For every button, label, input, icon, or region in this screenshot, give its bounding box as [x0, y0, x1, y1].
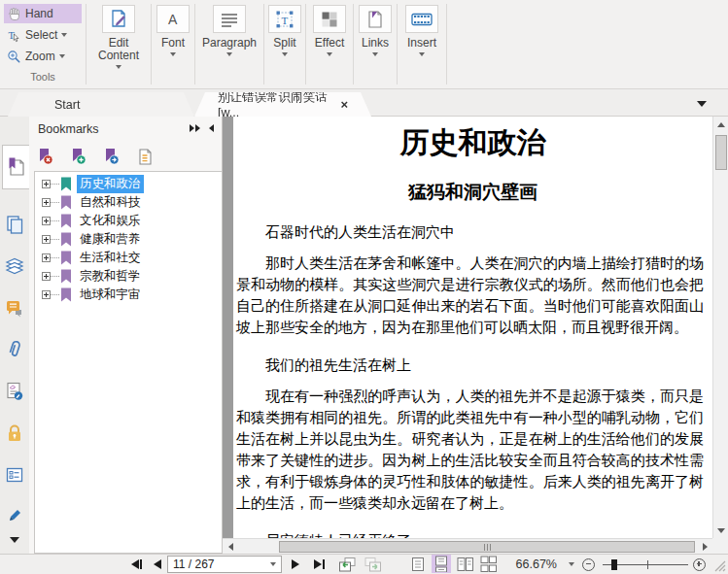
edit-content-button[interactable]: Edit Content: [87, 0, 151, 88]
bookmark-label[interactable]: 宗教和哲学: [77, 267, 144, 286]
security-panel-button[interactable]: [0, 417, 29, 450]
hand-icon: [7, 7, 21, 21]
bookmark-item[interactable]: 健康和营养: [35, 230, 222, 249]
next-page-button[interactable]: [288, 555, 303, 574]
next-view-button[interactable]: [362, 555, 383, 574]
horizontal-scrollbar-thumb[interactable]: [279, 541, 695, 553]
collapse-panel-icon[interactable]: [209, 124, 214, 132]
bookmark-label[interactable]: 健康和营养: [77, 230, 144, 249]
destinations-panel-button[interactable]: [0, 503, 29, 524]
hand-tool-label: Hand: [25, 7, 53, 20]
bookmark-item[interactable]: 历史和政治: [35, 175, 222, 193]
delete-bookmark-button[interactable]: [35, 146, 56, 167]
facing-pages-icon: [457, 557, 473, 572]
bookmark-label[interactable]: 地球和宇宙: [77, 286, 144, 304]
security-panel-icon: [5, 423, 24, 443]
hand-tool-button[interactable]: Hand: [4, 4, 82, 23]
arrow-up-icon: [717, 122, 725, 127]
expand-node-icon[interactable]: [42, 198, 51, 207]
layers-panel-button[interactable]: [0, 250, 29, 283]
continuous-view-button[interactable]: [432, 555, 451, 573]
svg-text:A: A: [168, 12, 178, 27]
expand-bookmarks-button[interactable]: [134, 146, 156, 167]
bookmarks-panel-icon: [7, 156, 26, 178]
paragraph-button[interactable]: Paragraph: [195, 0, 263, 88]
vertical-scrollbar[interactable]: [712, 117, 728, 538]
zoom-in-button[interactable]: [691, 555, 708, 574]
bookmarks-panel-button[interactable]: [2, 145, 29, 189]
scroll-left-button[interactable]: [223, 539, 238, 554]
expand-panel-icon[interactable]: [190, 124, 200, 132]
fields-panel-button[interactable]: [0, 458, 29, 491]
expand-node-icon[interactable]: [42, 253, 51, 262]
continuous-facing-view-button[interactable]: [478, 555, 498, 573]
expand-node-icon[interactable]: [42, 217, 51, 225]
expand-node-icon[interactable]: [42, 235, 51, 244]
expand-node-icon[interactable]: [42, 290, 51, 299]
bookmark-item[interactable]: 生活和社交: [35, 249, 222, 267]
split-button[interactable]: T Split: [264, 0, 305, 88]
insert-label: Insert: [407, 37, 436, 50]
single-page-icon: [411, 557, 425, 572]
page-combobox-caret-icon: [270, 562, 276, 566]
zoom-out-button[interactable]: [580, 555, 597, 574]
tab-start[interactable]: Start: [8, 92, 194, 117]
tab-document[interactable]: 别让错误常识闹笑话[w... ×: [194, 92, 371, 117]
goto-bookmark-button[interactable]: [101, 146, 122, 167]
paragraph: 那时人类生活在茅舍和帐篷中。人类在洞穴的内墙上描绘打猎时的场景和动物的模样。其实…: [236, 253, 704, 338]
tab-close-icon[interactable]: ×: [340, 97, 348, 112]
effect-button[interactable]: Effect: [306, 0, 353, 88]
bookmark-label[interactable]: 文化和娱乐: [77, 212, 144, 230]
panel-strip-chevron-icon[interactable]: [0, 534, 29, 546]
facing-view-button[interactable]: [455, 555, 474, 573]
vertical-scrollbar-thumb[interactable]: [715, 135, 727, 170]
previous-page-button[interactable]: [150, 555, 165, 574]
first-page-button[interactable]: [124, 555, 148, 574]
zoom-dropdown-caret-icon: [59, 54, 65, 58]
single-page-view-button[interactable]: [408, 555, 428, 573]
add-bookmark-button[interactable]: [68, 146, 89, 167]
bookmark-item[interactable]: 自然和科技: [35, 193, 222, 212]
tab-list-chevron-icon[interactable]: [697, 101, 707, 107]
links-button[interactable]: Links: [354, 0, 397, 88]
bookmarks-panel: Bookmarks: [29, 117, 223, 554]
pdf-page[interactable]: 历史和政治 猛犸和洞穴壁画 石器时代的人类生活在洞穴中 那时人类生活在茅舍和帐篷…: [233, 117, 728, 538]
expand-node-icon[interactable]: [42, 272, 51, 281]
signature-panel-button[interactable]: [0, 375, 29, 408]
previous-page-icon: [154, 559, 161, 569]
previous-view-button[interactable]: [336, 555, 358, 574]
resize-grip-icon[interactable]: [714, 560, 726, 572]
document-view: 历史和政治 猛犸和洞穴壁画 石器时代的人类生活在洞穴中 那时人类生活在茅舍和帐篷…: [223, 117, 728, 554]
expand-node-icon[interactable]: [42, 180, 51, 188]
effect-label: Effect: [315, 37, 344, 50]
zoom-tool-button[interactable]: Zoom: [4, 47, 82, 66]
zoom-dropdown-button[interactable]: [566, 555, 577, 574]
insert-button[interactable]: Insert: [398, 0, 446, 88]
bookmark-item[interactable]: 地球和宇宙: [35, 286, 222, 304]
select-tool-button[interactable]: T Select: [4, 25, 82, 45]
tools-group-label: Tools: [0, 71, 86, 83]
scrollbar-corner: [712, 538, 728, 554]
pages-panel-button[interactable]: [0, 208, 29, 241]
horizontal-scrollbar[interactable]: [223, 538, 712, 554]
ribbon: Hand T Select Zoom Tools Edit Content: [0, 0, 728, 89]
navigation-panel-strip: [0, 117, 29, 554]
page-number-combobox[interactable]: 11 / 267: [167, 556, 282, 573]
zoom-level-value[interactable]: 66.67%: [504, 555, 557, 574]
bookmark-label[interactable]: 生活和社交: [77, 249, 144, 267]
last-page-button[interactable]: [307, 555, 330, 574]
comments-panel-button[interactable]: [0, 291, 29, 324]
arrow-right-icon: [703, 543, 708, 551]
bookmark-label[interactable]: 历史和政治: [77, 175, 144, 193]
bookmark-label[interactable]: 自然和科技: [77, 193, 144, 212]
attachments-panel-button[interactable]: [0, 333, 29, 366]
scroll-down-button[interactable]: [713, 523, 728, 538]
zoom-slider-thumb[interactable]: [611, 559, 617, 570]
select-dropdown-caret-icon: [61, 33, 67, 37]
tab-document-label: 别让错误常识闹笑话[w...: [218, 89, 330, 119]
bookmark-item[interactable]: 宗教和哲学: [35, 267, 222, 286]
bookmark-item[interactable]: 文化和娱乐: [35, 212, 222, 230]
scroll-right-button[interactable]: [697, 539, 712, 554]
scroll-up-button[interactable]: [713, 117, 728, 132]
font-button[interactable]: A Font: [152, 0, 194, 88]
